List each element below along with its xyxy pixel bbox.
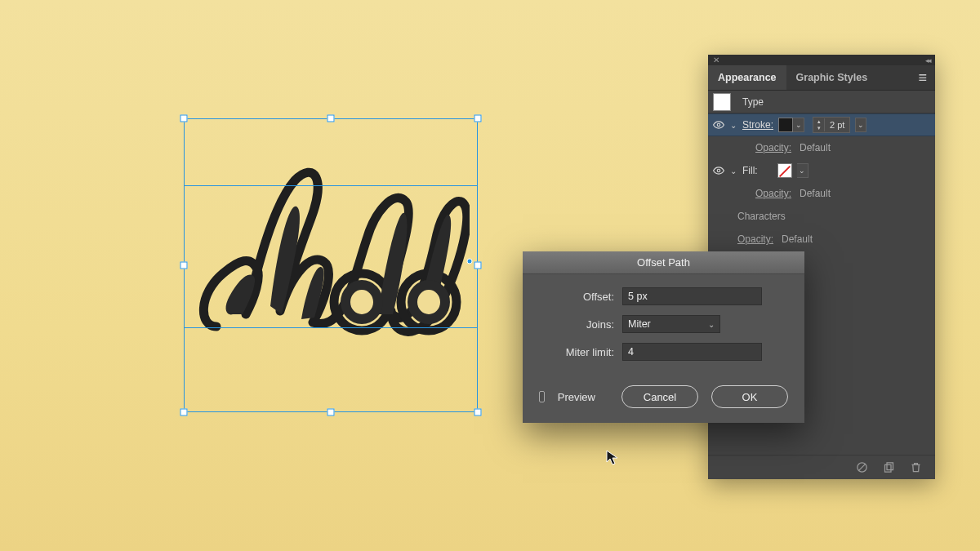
characters-row[interactable]: Characters xyxy=(708,205,935,228)
stroke-color-dropdown-icon[interactable]: ⌄ xyxy=(793,118,804,132)
stroke-weight-value: 2 pt xyxy=(825,120,849,130)
stroke-label[interactable]: Stroke: xyxy=(742,119,773,131)
no-symbol-icon[interactable] xyxy=(856,461,868,473)
stroke-opacity-row[interactable]: Opacity: Default xyxy=(708,136,935,159)
selection-handle-n[interactable] xyxy=(327,115,335,122)
svg-rect-10 xyxy=(887,463,893,470)
selection-handle-nw[interactable] xyxy=(180,115,188,122)
characters-label: Characters xyxy=(737,211,786,222)
ok-button[interactable]: OK xyxy=(711,385,788,408)
appearance-type-row: Type xyxy=(708,91,935,113)
joins-value: Miter xyxy=(628,318,651,330)
selection-bounding-box[interactable] xyxy=(184,118,478,412)
selection-inner-frame xyxy=(184,185,478,328)
panel-titlebar[interactable]: ✕ ◂◂ xyxy=(708,55,935,65)
joins-select[interactable]: Miter ⌄ xyxy=(622,315,720,333)
global-opacity-row[interactable]: Opacity: Default xyxy=(708,228,935,251)
selection-handle-e[interactable] xyxy=(474,262,482,269)
type-label: Type xyxy=(742,96,764,108)
appearance-panel-footer xyxy=(708,455,935,479)
preview-label[interactable]: Preview xyxy=(558,391,595,403)
offset-label: Offset: xyxy=(541,291,614,303)
svg-rect-11 xyxy=(885,464,892,472)
stroke-weight-stepper[interactable]: ▴▾ 2 pt xyxy=(813,117,850,133)
close-icon[interactable]: ✕ xyxy=(713,56,719,64)
fill-opacity-value: Default xyxy=(800,188,831,199)
mouse-cursor-icon xyxy=(606,450,619,466)
svg-point-7 xyxy=(717,169,720,172)
fill-opacity-label: Opacity: xyxy=(755,188,791,199)
expand-chevron-icon[interactable]: ⌄ xyxy=(729,121,737,130)
panel-menu-icon[interactable]: ≡ xyxy=(910,73,935,82)
stroke-opacity-label: Opacity: xyxy=(755,142,791,153)
fill-color-swatch-none[interactable] xyxy=(777,163,792,178)
joins-label: Joins: xyxy=(541,318,614,331)
stroke-color-swatch[interactable] xyxy=(778,118,793,132)
dialog-title[interactable]: Offset Path xyxy=(523,251,804,274)
type-thumbnail-swatch xyxy=(713,93,731,111)
miter-limit-label: Miter limit: xyxy=(541,346,614,358)
fill-color-dropdown-icon[interactable]: ⌄ xyxy=(797,163,808,178)
collapse-icon[interactable]: ◂◂ xyxy=(925,56,930,64)
preview-checkbox[interactable] xyxy=(539,391,545,402)
path-anchor-point[interactable] xyxy=(467,259,473,264)
selection-handle-ne[interactable] xyxy=(474,115,482,122)
miter-limit-input[interactable] xyxy=(622,343,762,361)
trash-icon[interactable] xyxy=(910,461,922,473)
selection-handle-w[interactable] xyxy=(180,262,188,269)
tab-graphic-styles[interactable]: Graphic Styles xyxy=(786,65,878,90)
stroke-weight-dropdown-icon[interactable]: ⌄ xyxy=(855,118,866,132)
appearance-stroke-row[interactable]: ⌄ Stroke: ⌄ ▴▾ 2 pt ⌄ xyxy=(708,113,935,136)
fill-opacity-row[interactable]: Opacity: Default xyxy=(708,182,935,205)
duplicate-icon[interactable] xyxy=(883,461,895,473)
offset-path-dialog[interactable]: Offset Path Offset: Joins: Miter ⌄ Miter… xyxy=(523,251,804,423)
global-opacity-value: Default xyxy=(782,233,813,245)
tab-appearance[interactable]: Appearance xyxy=(708,65,786,90)
svg-line-9 xyxy=(858,464,866,471)
selection-handle-se[interactable] xyxy=(474,409,482,416)
fill-label: Fill: xyxy=(742,165,758,176)
visibility-eye-icon[interactable] xyxy=(713,165,724,176)
svg-point-6 xyxy=(717,123,720,127)
chevron-down-icon: ⌄ xyxy=(708,320,715,329)
offset-input[interactable] xyxy=(622,287,762,305)
global-opacity-label: Opacity: xyxy=(737,233,773,245)
selection-handle-sw[interactable] xyxy=(180,409,188,416)
stroke-opacity-value: Default xyxy=(800,142,831,153)
visibility-eye-icon[interactable] xyxy=(713,119,724,131)
expand-chevron-icon[interactable]: ⌄ xyxy=(729,167,737,176)
appearance-fill-row[interactable]: ⌄ Fill: ⌄ xyxy=(708,159,935,182)
cancel-button[interactable]: Cancel xyxy=(621,385,698,408)
selection-handle-s[interactable] xyxy=(327,409,335,416)
